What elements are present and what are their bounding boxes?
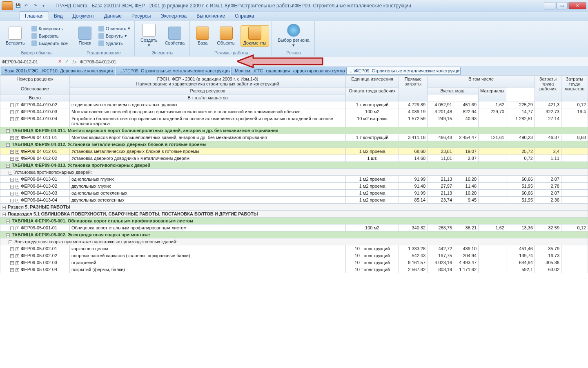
tab-execution[interactable]: Выполнение (192, 12, 230, 20)
table-row[interactable]: ++ФЕР09-05-002-04покрытий (фермы, балки)… (0, 266, 588, 273)
doctab-1[interactable]: ...\ТЕР09. Строительные металлические ко… (116, 67, 230, 75)
group-modes-label: Режимы работы (193, 49, 269, 55)
undo-icon (98, 26, 104, 31)
col-direct-cost: Прямые затраты (399, 76, 428, 101)
titlebar: 💾 ↶ ↷ ▾ ГРАНД-Смета - База 2001г.\ГЭСН, … (0, 0, 588, 11)
col-incl-driver: В т.ч.з/пл маш-стов (70, 94, 346, 101)
qat-save-icon[interactable]: 💾 (16, 3, 20, 8)
window-title: ГРАНД-Смета - База 2001г.\ГЭСН, ФЕР - 20… (56, 3, 544, 9)
documents-icon (248, 27, 261, 40)
table-row[interactable]: − Подраздел 5.1 ОБЛИЦОВКА ПОВЕРХНОСТИ, С… (0, 211, 588, 218)
quick-access-toolbar: 💾 ↶ ↷ ▾ (16, 3, 47, 8)
col-codes: Номера расценок (2, 76, 68, 81)
col-labor-machines: Затраты труда маш-стов (561, 76, 588, 101)
minimize-button[interactable]: — (544, 2, 555, 9)
col-machines: Экспл. маш. (428, 88, 479, 94)
base-button[interactable]: База (193, 26, 212, 46)
ribbon-tabs: Главная Вид Документ Данные Ресурсы Эксп… (0, 11, 588, 20)
properties-button[interactable]: Свойства (163, 26, 187, 46)
group-elements-label: Элементы (138, 49, 187, 55)
undo-button[interactable]: Отменить ▾ (97, 25, 132, 32)
redo-button[interactable]: Вернуть ▾ (97, 33, 132, 39)
region-button[interactable]: Выбор региона ▾ (275, 23, 312, 49)
table-row[interactable]: − ТАБЛИЦА ФЕР09-04-013. Установка против… (0, 162, 588, 169)
delete-icon (98, 40, 104, 46)
doctab-2[interactable]: Мои см...\ГГС_транвляция_корректированна… (231, 67, 345, 75)
col-total: Всего (0, 94, 70, 101)
col-including: В том числе (428, 76, 535, 88)
app-orb[interactable] (2, 1, 13, 10)
table-row[interactable]: ++ФЕР09-05-002-03ограждений10 т конструк… (0, 259, 588, 266)
search-button[interactable]: Поиск (76, 26, 94, 46)
tab-document[interactable]: Документ (67, 12, 99, 20)
cancel-icon[interactable]: ✕ (58, 59, 62, 64)
group-region-label: Регион (275, 49, 312, 55)
table-row[interactable]: ++ФЕР09-04-011-01Монтаж каркасов ворот б… (0, 134, 588, 141)
objects-icon (220, 27, 233, 40)
table-row[interactable]: − ТАБЛИЦА ФЕР09-04-012. Установка металл… (0, 141, 588, 148)
table-row[interactable]: − Установка противопожарных дверей: (0, 169, 588, 176)
delete-button[interactable]: Удалить (97, 40, 132, 47)
redo-icon (98, 33, 104, 39)
close-icon[interactable]: × (114, 69, 115, 73)
group-clipboard-label: Буфер обмена (3, 49, 69, 55)
tab-view[interactable]: Вид (49, 12, 68, 20)
qat-redo-icon[interactable]: ↷ (33, 3, 38, 8)
qat-dropdown-icon[interactable]: ▾ (42, 3, 47, 8)
objects-button[interactable]: Объекты (214, 26, 238, 46)
tab-resources[interactable]: Ресурсы (127, 12, 156, 20)
properties-icon (168, 27, 181, 40)
group-edit-label: Редактирование (76, 49, 132, 55)
table-row[interactable]: ++ФЕР09-04-013-03однопольных остекленных… (0, 190, 588, 197)
grid-area[interactable]: Номера расценокОбоснование ГЭСН, ФЕР - 2… (0, 75, 588, 368)
table-row[interactable]: ++ФЕР09-04-013-04двупольных остекленных1… (0, 197, 588, 204)
col-name-header: Наименование и характеристика строительн… (136, 81, 279, 86)
select-all-button[interactable]: Выделить все (30, 40, 69, 47)
document-tabs: База 2001г.\ГЭС...\ФЕР10. Деревянные кон… (0, 66, 588, 75)
table-row[interactable]: ++ФЕР09-05-002-01каркасов в целом10 т ко… (0, 245, 588, 252)
table-row[interactable]: ++ФЕР09-04-010-03Монтаж навесных панелей… (0, 108, 588, 115)
formula-value[interactable]: ФЕР09-04-012-01 (80, 59, 116, 64)
copy-button[interactable]: Копировать (30, 25, 69, 32)
tab-home[interactable]: Главная (20, 11, 49, 20)
create-button[interactable]: Создать ▾ (138, 23, 160, 49)
table-row[interactable]: ++ФЕР09-04-012-02Установка дверного дово… (0, 155, 588, 162)
table-row[interactable]: ++ФЕР09-05-002-02опорных частей каркасов… (0, 252, 588, 259)
tab-help[interactable]: Справка (230, 12, 259, 20)
tab-expertise[interactable]: Экспертиза (156, 12, 192, 20)
accept-icon[interactable]: ✓ (65, 59, 69, 64)
maximize-button[interactable]: ▭ (556, 2, 568, 9)
col-db-header: ГЭСН, ФЕР - 2001 (в редакции 2009 г. с И… (157, 76, 258, 81)
table-row[interactable]: − ТАБЛИЦА ФЕР09-04-011. Монтаж каркасов … (0, 127, 588, 134)
doctab-3[interactable]: ...\ФЕР09. Строительные металлические ко… (346, 67, 461, 75)
col-resource: Расход ресурсов (70, 88, 346, 94)
col-wages: Оплата труда рабочих (346, 88, 399, 101)
doctab-0[interactable]: База 2001г.\ГЭС...\ФЕР10. Деревянные кон… (1, 67, 115, 75)
table-row[interactable]: − Раздел 5. РАЗНЫЕ РАБОТЫ (0, 204, 588, 211)
table-row[interactable]: ++ФЕР09-04-010-04Устройство балконных св… (0, 115, 588, 127)
documents-button[interactable]: Документы (241, 25, 270, 47)
close-button[interactable]: ✕ (568, 2, 586, 9)
table-row[interactable]: ++ФЕР09-04-010-02с одинарным остеклением… (0, 101, 588, 108)
fx-label: ƒx (72, 59, 77, 64)
table-row[interactable]: − ТАБЛИЦА ФЕР09-05-002. Электродуговая с… (0, 231, 588, 238)
table-row[interactable]: − Электродуговая сварка при монтаже одно… (0, 238, 588, 245)
cut-icon (31, 33, 37, 39)
paste-icon (9, 27, 22, 40)
ribbon: Вставить Копировать Вырезать Выделить вс… (0, 20, 588, 57)
cut-button[interactable]: Вырезать (30, 33, 69, 39)
formula-bar: ФЕР09-04-012-01 ✕ ✓ ƒx ФЕР09-04-012-01 (0, 57, 588, 66)
base-icon (196, 27, 209, 40)
table-row[interactable]: ++ФЕР09-04-013-01однопольных глухих1 м2 … (0, 176, 588, 183)
cell-reference[interactable]: ФЕР09-04-012-01 (2, 59, 55, 64)
tab-data[interactable]: Данные (99, 12, 127, 20)
table-row[interactable]: − ТАБЛИЦА ФЕР09-05-001. Облицовка ворот … (0, 218, 588, 224)
copy-icon (31, 26, 37, 31)
create-icon (143, 24, 156, 37)
table-row[interactable]: ++ФЕР09-04-013-02двупольных глухих1 м2 п… (0, 183, 588, 190)
paste-button[interactable]: Вставить (3, 26, 27, 46)
search-icon (78, 27, 91, 40)
qat-undo-icon[interactable]: ↶ (24, 3, 29, 8)
table-row[interactable]: ++ФЕР09-04-012-01Установка металлических… (0, 148, 588, 155)
table-row[interactable]: ++ФЕР09-05-001-01Облицовка ворот стальны… (0, 224, 588, 231)
